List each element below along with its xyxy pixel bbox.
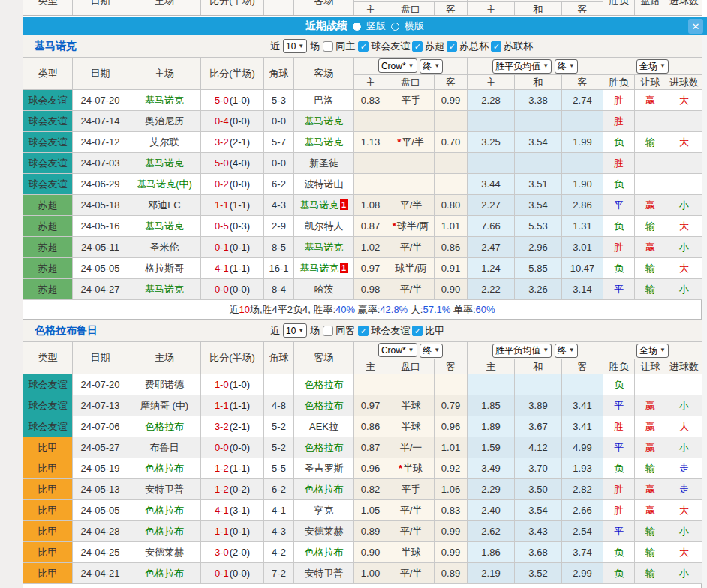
sub-away-label: 客 — [562, 2, 603, 16]
col-date-label: 日期 — [73, 342, 128, 374]
scope-select[interactable]: 全场▼ — [636, 59, 669, 74]
handicap-line: 平/半 — [400, 505, 423, 516]
summary-part: 场,胜4平2负4, 胜率: — [250, 304, 335, 315]
checkbox-icon[interactable] — [323, 326, 333, 336]
score-cell: 1-1(1-1) — [201, 195, 264, 216]
europe-odds-select[interactable]: 胜平负均值▼ — [492, 344, 552, 358]
horizontal-layout-radio[interactable] — [391, 22, 399, 31]
match-date: 24-05-18 — [73, 195, 128, 216]
europe-home-odds: 1.89 — [468, 416, 515, 437]
red-card-badge: 1 — [340, 200, 348, 210]
checkbox-icon[interactable]: ✓ — [358, 326, 369, 336]
odds-company-select[interactable]: Crow*▼ — [378, 58, 417, 73]
league-filter[interactable]: ✓比甲 — [412, 324, 444, 338]
same-venue-filter[interactable]: 同主 — [323, 40, 355, 53]
league-filters: ✓球会友谊✓苏超✓苏总杯✓苏联杯 — [358, 40, 533, 53]
result-goals — [666, 111, 702, 132]
league-type-cell: 比甲 — [23, 479, 73, 500]
scope-select[interactable]: 全场▼ — [636, 344, 669, 358]
league-type-cell: 球会友谊 — [23, 416, 73, 437]
fulltime-score: 0-0 — [215, 284, 229, 295]
result-wdl: 负 — [603, 258, 635, 279]
home-team: 色格拉布 — [145, 505, 184, 516]
result-wdl: 负 — [603, 374, 635, 395]
away-team-cell: 波特诺山 — [294, 174, 354, 195]
score-cell: 0-1(0-0) — [201, 563, 264, 584]
league-type-cell: 球会友谊 — [23, 374, 73, 395]
chevron-down-icon: ▼ — [298, 44, 304, 50]
match-date: 24-07-20 — [73, 90, 128, 111]
corner-count: 5-2 — [264, 437, 294, 458]
scope-group-header: 全场▼ — [603, 342, 702, 359]
col-date-label: 日期 — [73, 0, 128, 16]
europe-draw-odds: 3.68 — [515, 542, 562, 563]
col-handicap-result-label: 让球 — [635, 359, 666, 374]
same-venue-label: 同客 — [335, 324, 355, 338]
home-team: 艾尔联 — [150, 136, 179, 148]
league-type-cell: 苏超 — [23, 258, 73, 279]
match-row: 比甲 24-05-13 安特卫普 1-2(0-2) 6-2 色格拉布 0.82 … — [23, 479, 702, 500]
away-team-cell: 色格拉布 — [294, 479, 354, 500]
home-team-cell: 邓迪FC — [128, 195, 201, 216]
handicap-line: 平手 — [402, 484, 421, 495]
odds-final-select[interactable]: 终▼ — [420, 344, 443, 358]
away-team: 波特诺山 — [305, 178, 344, 190]
league-filter[interactable]: ✓苏联杯 — [491, 40, 533, 53]
close-icon[interactable]: ✕ — [688, 19, 703, 34]
checkbox-icon[interactable]: ✓ — [358, 41, 369, 52]
checkbox-icon[interactable]: ✓ — [491, 41, 501, 52]
vertical-layout-radio[interactable] — [353, 22, 361, 31]
match-count-select[interactable]: 10▼ — [283, 39, 307, 53]
europe-final-select[interactable]: 终▼ — [555, 344, 578, 358]
horizontal-layout-label[interactable]: 横版 — [405, 20, 424, 33]
europe-away-odds: 3.01 — [562, 237, 603, 258]
result-wdl: 平 — [603, 437, 635, 458]
europe-odds-value: 胜平负均值 — [495, 60, 540, 73]
away-team-cell: 哈茨 — [294, 279, 354, 300]
league-filter[interactable]: ✓苏总杯 — [447, 40, 489, 53]
league-type-cell: 比甲 — [23, 542, 73, 563]
vertical-layout-label[interactable]: 竖版 — [366, 20, 386, 33]
asian-home-odds: 0.82 — [354, 479, 387, 500]
asian-away-odds — [435, 374, 468, 395]
same-venue-filter[interactable]: 同客 — [323, 324, 355, 338]
handicap-line: 半球 — [403, 463, 423, 474]
home-team: 基马诺克(中) — [137, 178, 192, 190]
league-filter[interactable]: ✓苏超 — [412, 40, 444, 53]
asian-away-odds: 0.89 — [435, 563, 468, 584]
corner-count: 5-7 — [264, 132, 294, 153]
handicap-cell: *平/半 — [387, 132, 435, 153]
league-filter[interactable]: ✓球会友谊 — [358, 40, 410, 53]
col-wdl-label: 胜负 — [603, 359, 635, 374]
match-row: 球会友谊 24-07-03 基马诺克 5-0(4-0) 0-0 新圣徒 胜 — [23, 153, 702, 174]
fulltime-score: 0-1 — [215, 242, 229, 253]
europe-odds-select[interactable]: 胜平负均值▼ — [492, 59, 552, 74]
away-team: AEK拉 — [309, 421, 338, 432]
europe-final-select[interactable]: 终▼ — [555, 59, 578, 74]
checkbox-icon[interactable]: ✓ — [447, 41, 457, 52]
away-team: 基马诺克 — [300, 200, 339, 211]
league-filter[interactable]: ✓球会友谊 — [358, 324, 410, 338]
league-type-cell: 比甲 — [23, 437, 73, 458]
match-count-select[interactable]: 10▼ — [283, 323, 307, 338]
match-date: 24-07-13 — [73, 395, 128, 416]
result-handicap: 输 — [635, 132, 666, 153]
result-handicap: 输 — [635, 216, 666, 237]
odds-company-select[interactable]: Crow*▼ — [378, 343, 417, 357]
league-type-cell: 比甲 — [23, 500, 73, 521]
result-handicap: 赢 — [635, 500, 666, 521]
col-away-label: 客场 — [294, 58, 354, 90]
checkbox-icon[interactable] — [323, 41, 333, 52]
col-home-label: 主场 — [128, 342, 201, 374]
league-type-cell: 苏超 — [23, 279, 73, 300]
halftime-score: (0-1) — [230, 242, 250, 253]
result-wdl: 胜 — [603, 111, 635, 132]
asian-home-odds: 0.87 — [354, 437, 387, 458]
scrollbar-track[interactable] — [702, 35, 707, 588]
result-goals: 小 — [666, 195, 702, 216]
recent-label: 近 — [270, 324, 280, 338]
odds-final-select[interactable]: 终▼ — [420, 59, 443, 74]
score-cell: 0-0(0-0) — [201, 279, 264, 300]
checkbox-icon[interactable]: ✓ — [412, 41, 423, 52]
checkbox-icon[interactable]: ✓ — [412, 326, 423, 336]
